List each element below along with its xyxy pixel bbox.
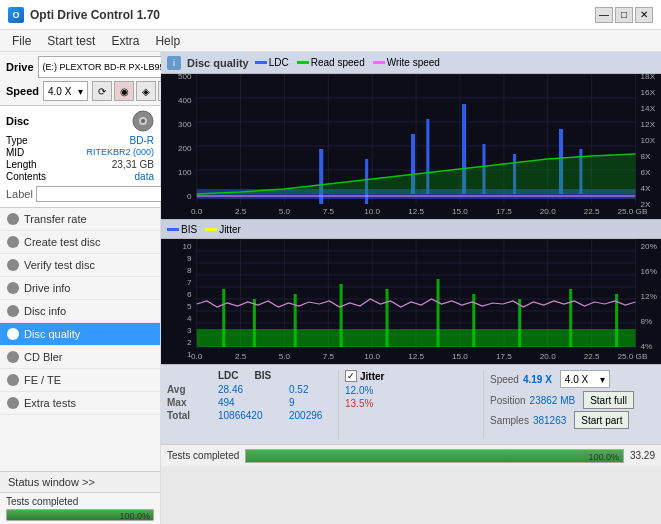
menu-bar: File Start test Extra Help <box>0 30 661 52</box>
chart-legend: LDC Read speed Write speed <box>255 57 440 68</box>
disc-contents-label: Contents <box>6 171 46 182</box>
menu-extra[interactable]: Extra <box>103 32 147 50</box>
speed-select-combo[interactable]: 4.0 X ▾ <box>560 370 610 388</box>
svg-rect-109 <box>385 289 388 347</box>
top-chart-svg: 500 400 300 200 100 0 18X 16X 14X 12X 10… <box>161 74 661 219</box>
bottom-right-value: 33.29 <box>630 450 655 461</box>
jitter-header-row: ✓ Jitter <box>345 370 477 382</box>
sidebar: Drive (E:) PLEXTOR BD-R PX-LB950SA 1.04 … <box>0 52 161 524</box>
disc-contents-value: data <box>135 171 154 182</box>
bottom-status-text: Tests completed <box>167 450 239 461</box>
svg-text:2: 2 <box>187 338 192 347</box>
svg-text:12.5: 12.5 <box>408 207 424 216</box>
svg-text:2.5: 2.5 <box>235 352 247 361</box>
stats-header-row: LDC BIS <box>167 370 332 381</box>
sidebar-item-cd-bler[interactable]: CD Bler <box>0 346 160 369</box>
stats-divider <box>338 370 339 439</box>
svg-text:20.0: 20.0 <box>540 207 556 216</box>
speed-btn-2[interactable]: ◉ <box>114 81 134 101</box>
svg-text:12%: 12% <box>641 292 657 301</box>
svg-text:0.0: 0.0 <box>191 207 203 216</box>
main-layout: Drive (E:) PLEXTOR BD-R PX-LB950SA 1.04 … <box>0 52 661 524</box>
disc-type-value: BD-R <box>130 135 154 146</box>
maximize-button[interactable]: □ <box>615 7 633 23</box>
disc-info-panel: Disc Type BD-R MID RITEKBR2 (000) Lengt <box>0 106 160 208</box>
app-title: Opti Drive Control 1.70 <box>30 8 160 22</box>
svg-text:2.5: 2.5 <box>235 207 247 216</box>
speed-btn-3[interactable]: ◈ <box>136 81 156 101</box>
sidebar-item-label: Verify test disc <box>24 259 95 271</box>
stats-total-label: Total <box>167 410 202 421</box>
speed-label: Speed <box>6 85 39 97</box>
disc-header-label: Disc <box>6 115 29 127</box>
stats-avg-row: Avg 28.46 0.52 <box>167 384 332 395</box>
disc-quality-icon <box>6 327 20 341</box>
bottom-status-bar: Tests completed 100.0% 33.29 <box>161 444 661 466</box>
drive-section: Drive (E:) PLEXTOR BD-R PX-LB950SA 1.04 … <box>0 52 160 106</box>
sidebar-item-disc-quality[interactable]: Disc quality <box>0 323 160 346</box>
disc-label-input[interactable] <box>36 186 165 202</box>
menu-help[interactable]: Help <box>147 32 188 50</box>
svg-text:6: 6 <box>187 290 192 299</box>
jitter-avg-val: 12.0% <box>345 385 477 396</box>
minimize-button[interactable]: — <box>595 7 613 23</box>
svg-text:7.5: 7.5 <box>323 207 335 216</box>
svg-text:0.0: 0.0 <box>191 352 203 361</box>
position-row: Position 23862 MB Start full <box>490 391 655 409</box>
svg-text:500: 500 <box>178 74 192 81</box>
sidebar-item-transfer-rate[interactable]: Transfer rate <box>0 208 160 231</box>
drive-label: Drive <box>6 61 34 73</box>
jitter-checkbox[interactable]: ✓ <box>345 370 357 382</box>
start-part-button[interactable]: Start part <box>574 411 629 429</box>
sidebar-item-label: Extra tests <box>24 397 76 409</box>
sidebar-item-verify-test-disc[interactable]: Verify test disc <box>0 254 160 277</box>
svg-rect-113 <box>569 289 572 347</box>
write-speed-color <box>373 61 385 64</box>
sidebar-item-fe-te[interactable]: FE / TE <box>0 369 160 392</box>
top-chart: 500 400 300 200 100 0 18X 16X 14X 12X 10… <box>161 74 661 219</box>
svg-text:20%: 20% <box>641 242 657 251</box>
sidebar-item-create-test-disc[interactable]: Create test disc <box>0 231 160 254</box>
start-full-button[interactable]: Start full <box>583 391 634 409</box>
speed-btn-1[interactable]: ⟳ <box>92 81 112 101</box>
close-button[interactable]: ✕ <box>635 7 653 23</box>
svg-text:20.0: 20.0 <box>540 352 556 361</box>
jitter-label: Jitter <box>360 371 384 382</box>
svg-rect-108 <box>340 284 343 347</box>
stats-divider-2 <box>483 370 484 439</box>
svg-text:22.5: 22.5 <box>584 352 600 361</box>
stats-max-bis: 9 <box>289 397 295 408</box>
svg-text:7: 7 <box>187 278 192 287</box>
svg-text:5: 5 <box>187 302 192 311</box>
svg-text:9: 9 <box>187 254 192 263</box>
menu-start-test[interactable]: Start test <box>39 32 103 50</box>
stats-left: LDC BIS Avg 28.46 0.52 Max 494 9 Total 1… <box>167 367 332 442</box>
disc-contents-row: Contents data <box>6 171 154 182</box>
sidebar-item-extra-tests[interactable]: Extra tests <box>0 392 160 415</box>
disc-info-icon <box>6 304 20 318</box>
sidebar-item-disc-info[interactable]: Disc info <box>0 300 160 323</box>
sidebar-item-drive-info[interactable]: Drive info <box>0 277 160 300</box>
legend-bis: BIS <box>167 224 197 235</box>
stats-middle: ✓ Jitter 12.0% 13.5% <box>345 367 477 442</box>
svg-text:16X: 16X <box>641 88 656 97</box>
svg-text:200: 200 <box>178 144 192 153</box>
svg-text:300: 300 <box>178 120 192 129</box>
app-icon: O <box>8 7 24 23</box>
position-label: Position <box>490 395 526 406</box>
disc-mid-label: MID <box>6 147 24 158</box>
svg-text:5.0: 5.0 <box>279 352 291 361</box>
read-speed-label: Read speed <box>311 57 365 68</box>
sidebar-item-label: Transfer rate <box>24 213 87 225</box>
drive-info-icon <box>6 281 20 295</box>
status-window-button[interactable]: Status window >> <box>0 472 160 493</box>
verify-test-disc-icon <box>6 258 20 272</box>
disc-header: Disc <box>6 110 154 132</box>
stats-total-row: Total 10866420 200296 <box>167 410 332 421</box>
title-bar-left: O Opti Drive Control 1.70 <box>8 7 160 23</box>
speed-combo[interactable]: 4.0 X ▾ <box>43 81 88 101</box>
bis-label: BIS <box>181 224 197 235</box>
menu-file[interactable]: File <box>4 32 39 50</box>
bis-color <box>167 228 179 231</box>
stats-ldc-header: LDC <box>218 370 239 381</box>
